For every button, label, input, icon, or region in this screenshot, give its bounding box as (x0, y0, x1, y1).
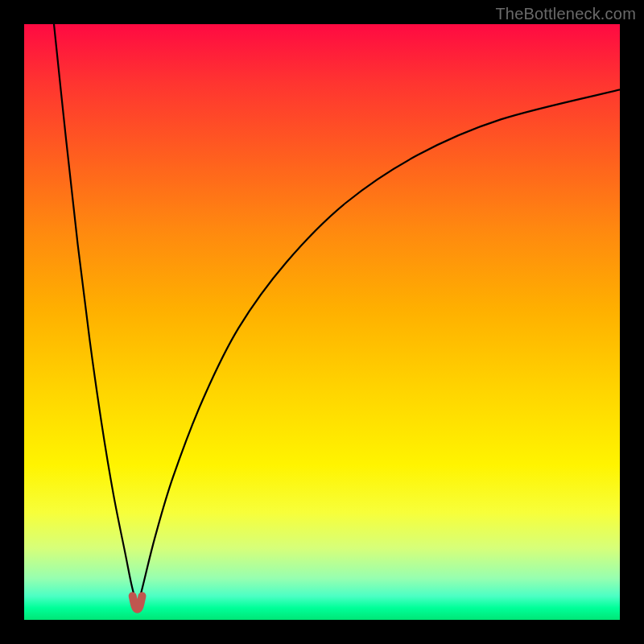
minimum-marker (133, 596, 142, 609)
watermark-text: TheBottleneck.com (495, 5, 636, 23)
chart-frame: TheBottleneck.com (0, 0, 644, 644)
plot-area (24, 24, 620, 620)
curve-right-branch (138, 89, 620, 608)
chart-svg (24, 24, 620, 620)
curve-left-branch (54, 24, 138, 608)
